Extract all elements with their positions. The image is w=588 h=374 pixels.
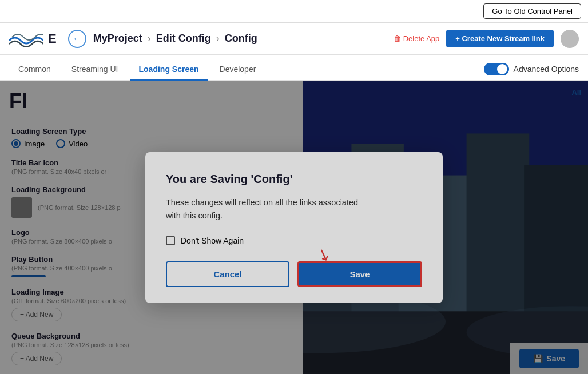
dont-show-checkbox[interactable] xyxy=(166,236,175,245)
modal-buttons: ↘ Cancel Save xyxy=(166,261,422,287)
advanced-options-label: Advanced Options xyxy=(514,65,579,74)
modal-body: These changes will reflect on all the li… xyxy=(166,196,422,222)
tab-common[interactable]: Common xyxy=(9,59,60,81)
logo-letter: E xyxy=(48,31,57,46)
nav-tabs: Common Streaming UI Loading Screen Devel… xyxy=(0,55,588,81)
modal-overlay: You are Saving 'Config' These changes wi… xyxy=(0,81,588,374)
save-confirmation-modal: You are Saving 'Config' These changes wi… xyxy=(145,152,443,303)
tab-streaming-ui[interactable]: Streaming UI xyxy=(62,59,128,81)
tab-developer[interactable]: Developer xyxy=(210,59,265,81)
main-content: Fl Loading Screen Type Image Video Title… xyxy=(0,81,588,374)
modal-cancel-button[interactable]: Cancel xyxy=(166,261,289,287)
tab-loading-screen[interactable]: Loading Screen xyxy=(130,59,208,81)
back-button[interactable]: ← xyxy=(68,30,86,48)
modal-save-button[interactable]: Save xyxy=(297,261,422,287)
dont-show-again-row[interactable]: Don't Show Again xyxy=(166,236,422,245)
old-control-panel-button[interactable]: Go To Old Control Panel xyxy=(483,3,581,19)
top-bar: Go To Old Control Panel xyxy=(0,0,588,23)
logo-icon xyxy=(9,30,43,47)
header-right: 🗑 Delete App + Create New Stream link xyxy=(394,30,579,48)
breadcrumb: MyProject › Edit Config › Config xyxy=(93,33,257,45)
trash-icon: 🗑 xyxy=(394,34,401,43)
avatar xyxy=(561,30,579,48)
dont-show-label: Don't Show Again xyxy=(181,236,244,245)
logo-area: E xyxy=(9,30,57,47)
modal-title: You are Saving 'Config' xyxy=(166,173,422,186)
delete-app-button[interactable]: 🗑 Delete App xyxy=(394,34,440,43)
advanced-options-toggle[interactable]: Advanced Options xyxy=(484,63,579,80)
advanced-options-switch[interactable] xyxy=(484,63,509,75)
create-stream-button[interactable]: + Create New Stream link xyxy=(446,30,554,47)
header: E ← MyProject › Edit Config › Config 🗑 D… xyxy=(0,23,588,55)
